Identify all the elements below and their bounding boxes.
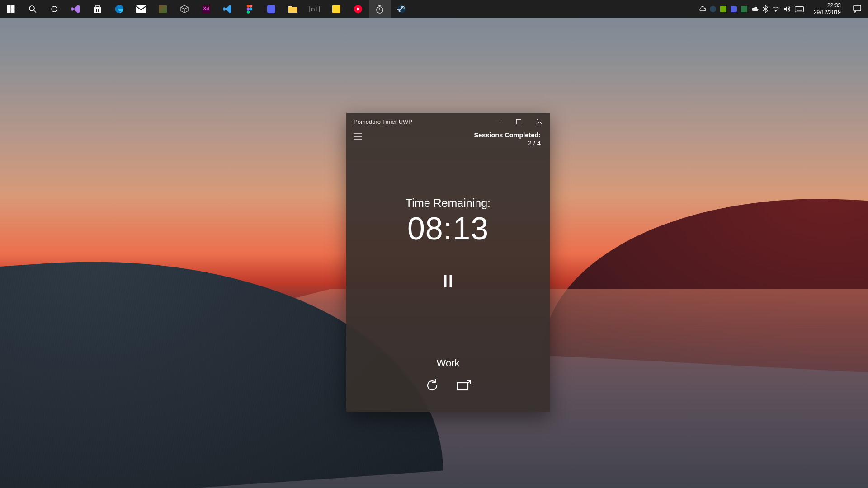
taskbar-app-sticky-notes[interactable]	[326, 0, 347, 18]
stopwatch-icon	[376, 5, 384, 14]
tray-wifi-icon	[772, 6, 779, 12]
svg-point-28	[402, 7, 403, 8]
system-tray[interactable]	[694, 5, 808, 13]
taskbar-app-visual-studio[interactable]	[65, 0, 87, 18]
svg-point-20	[247, 10, 250, 14]
taskbar-app-youtube-music[interactable]	[347, 0, 369, 18]
tray-nvidia-icon	[720, 6, 726, 12]
xd-icon: Xd	[202, 5, 210, 13]
svg-rect-45	[444, 275, 447, 287]
sessions-label: Sessions Completed:	[474, 131, 541, 139]
taskbar-app-mail[interactable]	[130, 0, 152, 18]
svg-point-16	[247, 5, 250, 8]
svg-point-18	[247, 8, 250, 11]
sessions-count: 2 / 4	[474, 140, 541, 147]
tray-discord-icon	[731, 6, 737, 12]
sessions-counter: Sessions Completed: 2 / 4	[474, 131, 541, 147]
restart-icon	[425, 379, 439, 392]
taskbar-app-steam[interactable]	[391, 0, 412, 18]
tray-volume-icon	[783, 6, 791, 12]
taskbar-app-pomodoro[interactable]	[369, 0, 391, 18]
time-block: Time Remaining: 08:13	[346, 197, 550, 247]
taskbar-app-discord[interactable]	[260, 0, 282, 18]
search-button[interactable]	[22, 0, 43, 18]
svg-point-17	[250, 5, 253, 8]
task-view-icon	[50, 5, 59, 13]
app-footer: Work	[346, 357, 550, 412]
svg-point-4	[29, 6, 34, 11]
maximize-button[interactable]	[508, 113, 529, 131]
pause-icon	[444, 275, 452, 287]
svg-rect-31	[720, 6, 726, 12]
youtube-music-icon	[354, 5, 362, 13]
taskbar-app-minecraft[interactable]	[152, 0, 174, 18]
svg-rect-9	[94, 7, 101, 13]
taskbar-app-3d-viewer[interactable]	[174, 0, 195, 18]
taskbar-right: 22:33 29/12/2019	[694, 0, 868, 18]
task-view-button[interactable]	[43, 0, 65, 18]
app-header: Sessions Completed: 2 / 4	[346, 131, 550, 147]
compact-icon	[457, 380, 471, 391]
svg-rect-13	[96, 10, 97, 12]
folder-icon	[288, 5, 297, 13]
svg-rect-12	[98, 9, 99, 10]
minimize-icon	[495, 119, 500, 124]
time-remaining-label: Time Remaining:	[346, 197, 550, 210]
edge-icon	[115, 5, 124, 14]
clock-date: 29/12/2019	[814, 9, 841, 16]
taskbar-app-figma[interactable]	[239, 0, 260, 18]
mail-icon	[136, 5, 146, 13]
taskbar-clock[interactable]: 22:33 29/12/2019	[808, 2, 846, 16]
tray-onedrive-icon	[751, 6, 759, 12]
svg-rect-35	[795, 6, 804, 12]
svg-line-5	[34, 10, 36, 13]
cube-icon	[180, 5, 189, 14]
steam-icon	[397, 5, 406, 13]
close-button[interactable]	[529, 113, 550, 131]
svg-rect-3	[11, 9, 15, 13]
clock-time: 22:33	[814, 2, 841, 9]
compact-view-button[interactable]	[456, 377, 472, 394]
mode-label: Work	[346, 357, 550, 369]
taskbar-app-microsoft-store[interactable]	[87, 0, 108, 18]
visual-studio-icon	[71, 5, 80, 14]
discord-icon	[267, 5, 275, 13]
taskbar-app-mobaxterm[interactable]: |mT|	[304, 0, 326, 18]
svg-rect-46	[450, 275, 452, 287]
taskbar-left: Xd |mT|	[0, 0, 412, 18]
tray-steam-icon	[710, 6, 716, 12]
taskbar-app-edge[interactable]	[108, 0, 130, 18]
store-icon	[93, 5, 102, 14]
taskbar: Xd |mT|	[0, 0, 868, 18]
tray-keyboard-icon	[795, 6, 804, 12]
mobaxterm-icon: |mT|	[308, 6, 321, 12]
minimize-button[interactable]	[487, 113, 508, 131]
svg-rect-0	[7, 5, 11, 9]
svg-rect-11	[96, 9, 97, 10]
tray-cloud-icon	[698, 6, 706, 12]
windows-icon	[7, 5, 15, 13]
window-title: Pomodoro Timer UWP	[354, 118, 412, 125]
time-remaining-value: 08:13	[346, 211, 550, 247]
svg-point-6	[52, 6, 57, 12]
pause-button[interactable]	[439, 272, 457, 290]
action-center-button[interactable]	[846, 0, 868, 18]
taskbar-app-vs-code[interactable]	[217, 0, 239, 18]
caption-buttons	[487, 113, 550, 131]
svg-point-30	[710, 6, 716, 12]
restart-button[interactable]	[424, 377, 440, 394]
taskbar-app-file-explorer[interactable]	[282, 0, 304, 18]
svg-point-26	[397, 5, 406, 13]
sticky-notes-icon	[332, 5, 340, 13]
close-icon	[537, 119, 542, 124]
menu-button[interactable]	[354, 131, 362, 141]
taskbar-app-adobe-xd[interactable]: Xd	[195, 0, 217, 18]
search-icon	[28, 5, 37, 13]
svg-rect-33	[741, 6, 747, 12]
svg-rect-2	[7, 9, 11, 13]
start-button[interactable]	[0, 0, 22, 18]
tray-security-icon	[741, 6, 747, 12]
window-titlebar[interactable]: Pomodoro Timer UWP	[346, 113, 550, 131]
maximize-icon	[516, 119, 521, 124]
notification-icon	[853, 5, 861, 13]
